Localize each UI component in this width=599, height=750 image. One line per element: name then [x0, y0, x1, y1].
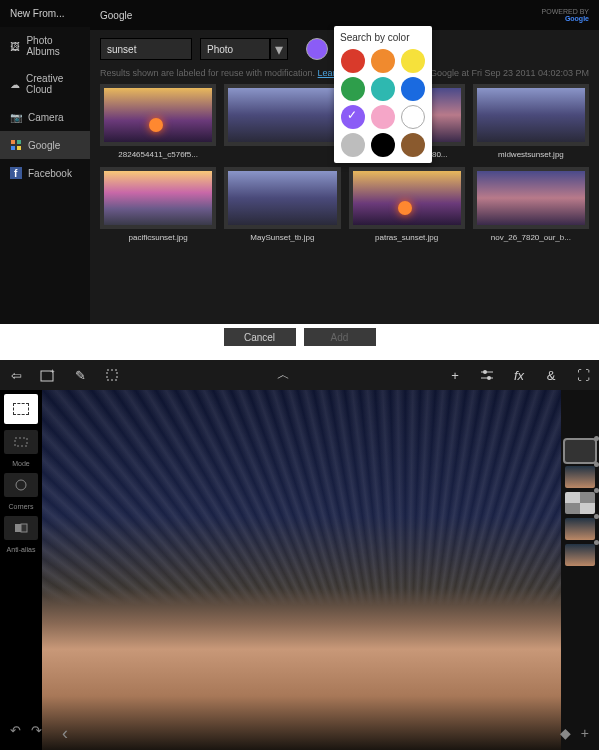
undo-icon[interactable]: ↶: [10, 723, 21, 744]
back-icon[interactable]: ⇦: [8, 367, 24, 383]
sidebar-item-creative-cloud[interactable]: ☁ Creative Cloud: [0, 65, 90, 103]
color-swatch[interactable]: [371, 105, 395, 129]
ampersand-icon[interactable]: &: [543, 367, 559, 383]
color-search-popup: Search by color: [334, 26, 432, 163]
color-swatch[interactable]: [371, 49, 395, 73]
cloud-icon: ☁: [10, 78, 20, 90]
facebook-icon: f: [10, 167, 22, 179]
layer-thumb[interactable]: [565, 440, 595, 462]
add-button[interactable]: Add: [304, 328, 376, 346]
crop-icon[interactable]: [104, 367, 120, 383]
color-swatch[interactable]: [401, 49, 425, 73]
svg-rect-16: [21, 524, 27, 532]
layer-thumb[interactable]: [565, 518, 595, 540]
cancel-button[interactable]: Cancel: [224, 328, 296, 346]
result-thumb[interactable]: patras_sunset.jpg: [349, 167, 465, 242]
corners-tool[interactable]: [4, 473, 38, 497]
canvas[interactable]: [42, 390, 561, 750]
lasso-tool[interactable]: [4, 430, 38, 454]
result-thumb[interactable]: 2824654411_c576f5...: [100, 84, 216, 159]
antialias-toggle[interactable]: [4, 516, 38, 540]
result-thumb[interactable]: pacificsunset.jpg: [100, 167, 216, 242]
chevron-up-icon[interactable]: ︿: [276, 367, 292, 383]
results-info: Results shown are labeled for reuse with…: [100, 68, 364, 78]
google-icon: [10, 139, 22, 151]
brush-icon[interactable]: ✎: [72, 367, 88, 383]
camera-icon: 📷: [10, 111, 22, 123]
editor-app: ⇦ + ✎ ︿ + fx & ⛶ Mode Corners Anti-alias…: [0, 360, 599, 750]
svg-rect-15: [15, 524, 21, 532]
svg-rect-13: [15, 438, 27, 446]
color-popup-title: Search by color: [340, 32, 426, 43]
sidebar-item-google[interactable]: Google: [0, 131, 90, 159]
svg-point-11: [483, 370, 487, 374]
left-toolbar: Mode Corners Anti-alias: [0, 390, 42, 553]
layer-thumb[interactable]: [565, 544, 595, 566]
color-filter-button[interactable]: [306, 38, 328, 60]
sidebar-item-photo-albums[interactable]: 🖼 Photo Albums: [0, 27, 90, 65]
color-swatch[interactable]: [341, 133, 365, 157]
color-swatch[interactable]: [341, 49, 365, 73]
source-title: Google: [100, 10, 132, 21]
mode-label: Mode: [12, 460, 30, 467]
result-thumb[interactable]: nov_26_7820_our_b...: [473, 167, 589, 242]
result-thumb[interactable]: [224, 84, 340, 159]
svg-rect-3: [17, 146, 21, 150]
svg-point-14: [16, 480, 26, 490]
editor-toolbar: ⇦ + ✎ ︿ + fx & ⛶: [0, 360, 599, 390]
layers-strip: [561, 390, 599, 750]
fullscreen-icon[interactable]: ⛶: [575, 367, 591, 383]
svg-rect-1: [17, 140, 21, 144]
search-input[interactable]: [100, 38, 192, 60]
color-swatch[interactable]: [401, 133, 425, 157]
redo-icon[interactable]: ↷: [31, 723, 42, 744]
add-layer-icon[interactable]: +: [581, 725, 589, 741]
svg-rect-2: [11, 146, 15, 150]
color-swatch[interactable]: [371, 77, 395, 101]
powered-by: POWERED BY Google: [542, 8, 589, 22]
sidebar-header: New From...: [0, 0, 90, 27]
layer-thumb[interactable]: [565, 466, 595, 488]
result-thumb[interactable]: midwestsunset.jpg: [473, 84, 589, 159]
adjust-icon[interactable]: [479, 367, 495, 383]
sidebar-item-facebook[interactable]: f Facebook: [0, 159, 90, 187]
photos-icon: 🖼: [10, 40, 20, 52]
svg-text:+: +: [50, 368, 55, 376]
color-swatch[interactable]: [341, 77, 365, 101]
layer-thumb[interactable]: [565, 492, 595, 514]
marquee-tool[interactable]: [4, 394, 38, 424]
color-swatch[interactable]: [401, 77, 425, 101]
fx-icon[interactable]: fx: [511, 367, 527, 383]
result-thumb[interactable]: MaySunset_tb.jpg: [224, 167, 340, 242]
svg-rect-8: [107, 370, 117, 380]
source-sidebar: New From... 🖼 Photo Albums ☁ Creative Cl…: [0, 0, 90, 350]
sidebar-item-camera[interactable]: 📷 Camera: [0, 103, 90, 131]
add-image-icon[interactable]: +: [40, 367, 56, 383]
plus-icon[interactable]: +: [447, 367, 463, 383]
color-swatch[interactable]: [401, 105, 425, 129]
type-select[interactable]: Photo: [200, 38, 270, 60]
svg-point-12: [487, 376, 491, 380]
color-swatch[interactable]: [371, 133, 395, 157]
svg-rect-0: [11, 140, 15, 144]
corners-label: Corners: [9, 503, 34, 510]
color-swatch[interactable]: [341, 105, 365, 129]
type-dropdown-button[interactable]: ▾: [270, 38, 288, 60]
prev-icon[interactable]: ‹: [62, 723, 68, 744]
layers-icon[interactable]: ◆: [560, 725, 571, 741]
antialias-label: Anti-alias: [7, 546, 36, 553]
